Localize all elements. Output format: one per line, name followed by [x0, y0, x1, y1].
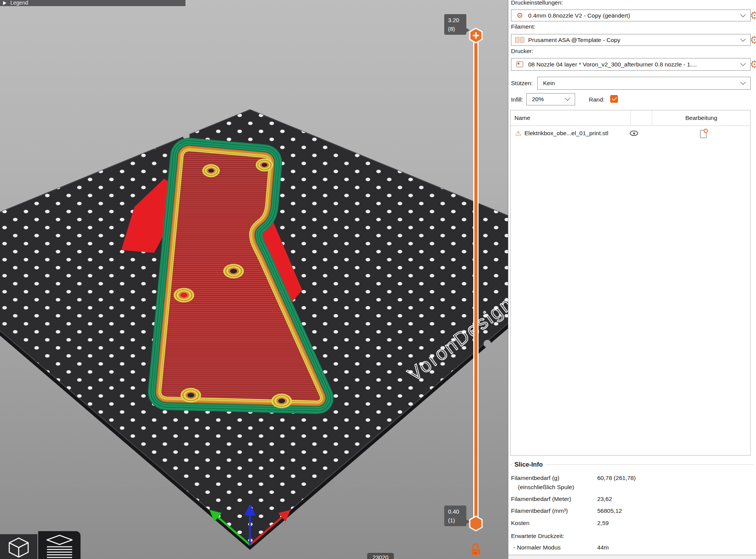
object-filename: Elektrikbox_obe...el_01_print.stl: [524, 130, 608, 137]
chevron-down-icon: [740, 11, 746, 17]
supports-label: Stützen:: [511, 80, 533, 87]
print-settings-select[interactable]: ⚙ 0.4mm 0.8nozzle V2 - Copy (geändert): [511, 10, 751, 21]
object-row[interactable]: ⚠ Elektrikbox_obe...el_01_print.stl: [511, 126, 750, 141]
bottom-layer-number: (1): [448, 516, 466, 525]
column-visibility: [630, 110, 652, 126]
brim-checkbox[interactable]: [610, 95, 618, 103]
printer-icon: [511, 61, 528, 67]
unlock-icon[interactable]: [470, 543, 482, 556]
slice-info-row: (einschließlich Spule): [511, 484, 756, 491]
print-settings-label: Druckeinstellungen:: [511, 0, 563, 6]
scene-canvas: VoronDesign: [0, 0, 508, 559]
expand-triangle-icon: [3, 1, 6, 5]
layer-slider-bottom-tooltip: 0.40 (1): [444, 506, 466, 526]
brim-label: Rand:: [589, 96, 604, 103]
chevron-down-icon: [565, 95, 570, 101]
3d-editor-view-button[interactable]: [0, 534, 37, 559]
cropped-bottom-bar: [508, 556, 756, 559]
layer-slider-top-tooltip: 3.20 (8): [444, 14, 466, 35]
warning-icon: ⚠: [515, 129, 521, 137]
top-layer-height: 3.20: [448, 16, 466, 24]
chevron-down-icon: [740, 79, 746, 85]
gear-icon: ⚙: [511, 12, 528, 19]
preview-view-button[interactable]: [38, 531, 81, 559]
edit-printer-gear-icon[interactable]: ⚙: [750, 60, 756, 70]
slice-info-row: Kosten2,59: [511, 520, 754, 527]
layer-slider-fill: [474, 37, 477, 522]
3d-viewport[interactable]: VoronDesign: [0, 0, 508, 559]
supports-value: Kein: [543, 80, 555, 87]
top-layer-number: (8): [448, 24, 466, 33]
legend-label: Legend: [10, 0, 28, 6]
eye-icon[interactable]: [630, 131, 638, 136]
column-name[interactable]: Name: [511, 115, 630, 121]
slice-info-row: Filamentbedarf (Meter)23,62: [511, 496, 754, 502]
divider: [510, 464, 754, 465]
object-list-header: Name Bearbeitung: [511, 110, 750, 126]
slice-info-row: Filamentbedarf (g)60,78 (261,78): [511, 475, 754, 481]
printer-value: 08 Nozzle 04 layer * Voron_v2_300_afterb…: [528, 61, 697, 68]
filament-value: Prusament ASA @Template - Copy: [528, 37, 620, 44]
filament-select[interactable]: Prusament ASA @Template - Copy: [511, 34, 751, 46]
edit-print-settings-gear-icon[interactable]: ⚙: [750, 11, 756, 21]
edit-object-icon[interactable]: [700, 130, 707, 138]
chevron-down-icon: [740, 36, 746, 41]
slice-info-row: - Normaler Modus44m: [511, 544, 756, 551]
print-settings-value: 0.4mm 0.8nozzle V2 - Copy (geändert): [528, 12, 630, 19]
slice-info-row: Erwartete Druckzeit:: [511, 533, 754, 540]
printer-label: Drucker:: [511, 48, 534, 55]
layer-slider-track[interactable]: [473, 37, 479, 522]
bottom-layer-height: 0.40: [448, 507, 466, 516]
settings-panel: Druckeinstellungen: ⚙ 0.4mm 0.8nozzle V2…: [508, 0, 756, 559]
chevron-down-icon: [740, 60, 746, 66]
filament-swatch-icon: [511, 37, 528, 43]
infill-select[interactable]: 20%: [526, 93, 575, 105]
infill-value: 20%: [532, 96, 544, 103]
legend-toggle[interactable]: Legend: [0, 0, 185, 6]
object-list: Name Bearbeitung ⚠ Elektrikbox_obe...el_…: [510, 110, 751, 456]
slice-info-row: Filamentbedarf (mm³)56805,12: [511, 507, 754, 514]
column-edit[interactable]: Bearbeitung: [652, 110, 750, 126]
printer-select[interactable]: 08 Nozzle 04 layer * Voron_v2_300_afterb…: [511, 58, 751, 71]
prusaslicer-window: VoronDesign: [0, 0, 756, 559]
infill-label: Infill:: [511, 96, 523, 103]
plate-notch: [484, 340, 491, 347]
layer-slider-lower-handle[interactable]: [469, 515, 483, 532]
filament-label: Filament:: [511, 23, 535, 30]
edit-filament-gear-icon[interactable]: ⚙: [750, 35, 756, 45]
slice-info-title: Slice-Info: [512, 461, 545, 468]
layer-slider-upper-handle[interactable]: [469, 27, 483, 44]
supports-select[interactable]: Kein: [537, 77, 751, 90]
cube-icon: [7, 536, 31, 559]
moves-slider-tooltip: 23020: [367, 553, 394, 559]
layers-icon: [45, 535, 74, 558]
